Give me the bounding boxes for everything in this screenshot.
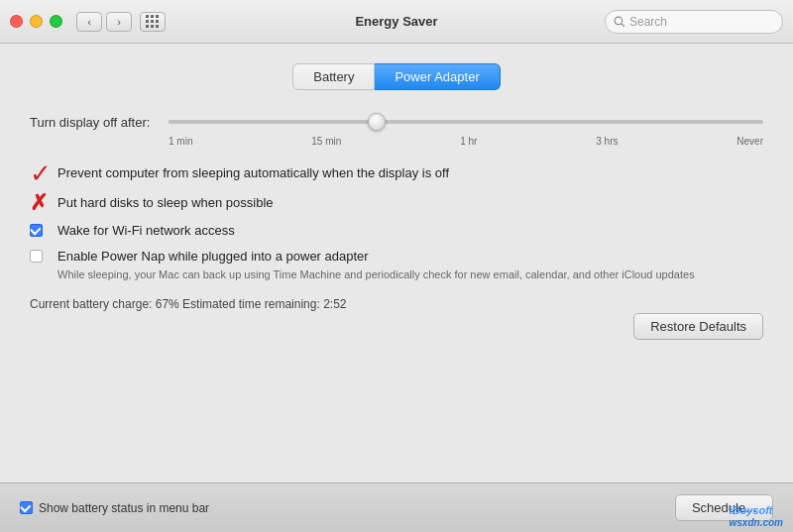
slider-label: Turn display off after: [30, 115, 169, 130]
maximize-button[interactable] [50, 15, 62, 28]
big-checkmark-icon: ✓ [30, 160, 52, 186]
main-content: Battery Power Adapter Turn display off a… [0, 44, 793, 482]
slider-track [169, 120, 763, 124]
option-prevent-sleep: ✓ Prevent computer from sleeping automat… [30, 164, 763, 186]
window-title: Energy Saver [355, 14, 437, 29]
tab-power-adapter[interactable]: Power Adapter [375, 63, 500, 90]
tab-bar: Battery Power Adapter [30, 63, 763, 90]
option-hard-disks-text: Put hard disks to sleep when possible [57, 194, 763, 212]
minimize-button[interactable] [30, 15, 43, 28]
schedule-button[interactable]: Schedule... [675, 494, 773, 521]
battery-status-row: Show battery status in menu bar [20, 501, 209, 515]
restore-defaults-button[interactable]: Restore Defaults [633, 313, 763, 340]
show-battery-checkbox[interactable] [20, 501, 33, 514]
grid-icon [146, 15, 160, 29]
checkbox-hard-disks[interactable]: ✗ [30, 194, 57, 214]
close-button[interactable] [10, 15, 23, 28]
bottom-bar: Show battery status in menu bar Schedule… [0, 482, 793, 532]
forward-button[interactable]: › [106, 12, 132, 32]
search-icon [614, 16, 625, 28]
option-hard-disks: ✗ Put hard disks to sleep when possible [30, 194, 763, 214]
checkbox-power-nap-icon [30, 250, 43, 263]
tick-never: Never [736, 136, 763, 147]
option-wifi-text: Wake for Wi-Fi network access [57, 222, 763, 240]
tick-15min: 15 min [311, 136, 341, 147]
slider-section: Turn display off after: 1 min 15 min 1 h… [30, 112, 763, 147]
back-button[interactable]: ‹ [76, 12, 102, 32]
bottom-right-buttons: Schedule... [675, 494, 773, 521]
slider-fill [169, 120, 377, 124]
titlebar: ‹ › Energy Saver [0, 0, 793, 44]
tick-1min: 1 min [169, 136, 192, 147]
show-battery-label: Show battery status in menu bar [39, 501, 209, 515]
search-input[interactable] [629, 15, 774, 29]
checkbox-wifi-icon [30, 224, 43, 237]
slider-wrapper[interactable] [169, 112, 763, 132]
checkbox-wifi[interactable] [30, 222, 57, 237]
traffic-lights [10, 15, 62, 28]
slider-thumb[interactable] [368, 113, 386, 131]
svg-line-1 [622, 23, 624, 26]
search-bar[interactable] [605, 10, 783, 34]
tick-3hrs: 3 hrs [596, 136, 618, 147]
big-x-icon: ✗ [30, 192, 48, 214]
tick-1hr: 1 hr [460, 136, 477, 147]
option-prevent-sleep-text: Prevent computer from sleeping automatic… [57, 164, 763, 182]
nav-buttons: ‹ › [76, 12, 132, 32]
grid-button[interactable] [140, 12, 166, 32]
option-power-nap-text: Enable Power Nap while plugged into a po… [57, 248, 763, 283]
checkbox-power-nap[interactable] [30, 248, 57, 263]
tab-battery[interactable]: Battery [292, 63, 375, 90]
battery-info: Current battery charge: 67% Estimated ti… [30, 297, 763, 311]
option-power-nap-subtext: While sleeping, your Mac can back up usi… [57, 267, 763, 282]
option-wifi: Wake for Wi-Fi network access [30, 222, 763, 240]
option-power-nap: Enable Power Nap while plugged into a po… [30, 248, 763, 283]
options-section: ✓ Prevent computer from sleeping automat… [30, 164, 763, 283]
checkbox-prevent-sleep[interactable]: ✓ [30, 164, 57, 186]
